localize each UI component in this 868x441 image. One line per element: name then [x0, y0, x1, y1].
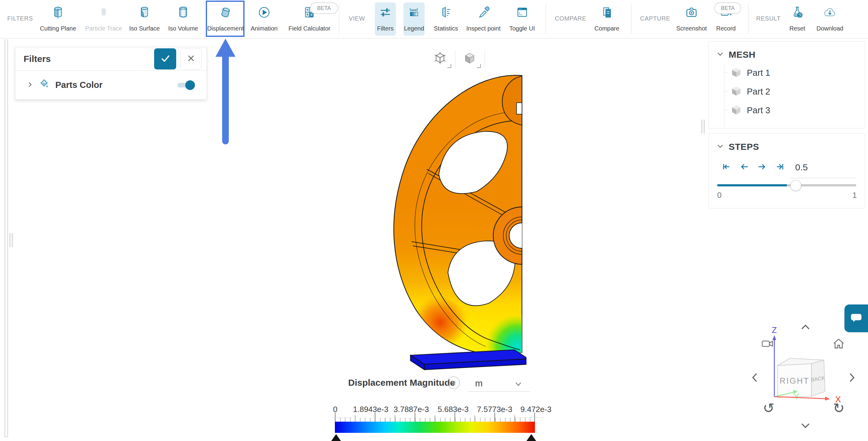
- check-icon: [158, 52, 172, 66]
- toolbar-button-label: Toggle UI: [509, 25, 535, 32]
- right-panel-drag-handle[interactable]: [701, 120, 702, 134]
- legend-title: Displacement Magnitude: [348, 378, 455, 388]
- render-mode-shaded-button[interactable]: [457, 48, 483, 69]
- parts-color-toggle[interactable]: [178, 82, 192, 88]
- toolbar-button-compare[interactable]: Compare: [589, 2, 625, 36]
- apply-button[interactable]: [154, 48, 176, 69]
- mesh-part-3[interactable]: Part 3: [731, 104, 770, 116]
- viewport-3d-model[interactable]: [381, 73, 526, 375]
- inspect-point-icon: [476, 5, 491, 21]
- toolbar-button-screenshot[interactable]: Screenshot: [672, 2, 711, 36]
- toolbar-button-reset[interactable]: Reset: [782, 2, 812, 36]
- toolbar-button-cutting-plane[interactable]: Cutting Plane: [38, 2, 78, 36]
- mesh-panel-header[interactable]: MESH: [709, 42, 865, 60]
- top-toolbar: FILTERS Cutting Plane Particle Trace Iso…: [0, 0, 868, 39]
- filter-row-parts-color[interactable]: Parts Color: [16, 71, 207, 99]
- orbit-left-button[interactable]: [751, 372, 758, 385]
- legend-tick: 5.683e-3: [438, 405, 469, 414]
- annotation-arrow-shaft: [222, 55, 229, 144]
- toolbar-button-label: Particle Trace: [85, 25, 122, 32]
- group-label-compare: COMPARE: [555, 15, 586, 22]
- render-mode-wireframe-button[interactable]: [427, 48, 453, 69]
- rotate-cw-icon[interactable]: ↻: [833, 401, 845, 415]
- legend-tick: 1.8943e-3: [353, 405, 389, 414]
- chevron-right-icon: [848, 379, 856, 384]
- toolbar-button-statistics[interactable]: Statistics: [432, 2, 460, 36]
- screenshot-icon: [685, 5, 699, 21]
- legend-min-handle[interactable]: [331, 434, 341, 441]
- legend-unit-select[interactable]: m: [475, 378, 483, 388]
- camera-view-icon[interactable]: [761, 339, 774, 350]
- toolbar-button-animation[interactable]: Animation: [246, 2, 282, 36]
- chevron-down-icon[interactable]: [717, 143, 724, 150]
- toolbar-button-label: Inspect point: [466, 25, 500, 32]
- toolbar-button-label: Statistics: [434, 25, 458, 32]
- orbit-up-button[interactable]: [800, 323, 811, 332]
- orbit-right-button[interactable]: [848, 372, 856, 385]
- axis-y-label: Y: [794, 392, 799, 401]
- previous-step-button[interactable]: [738, 161, 751, 174]
- steps-panel: STEPS 0.5 0 1: [708, 134, 865, 208]
- cancel-button[interactable]: [180, 48, 202, 69]
- toolbar-button-iso-volume[interactable]: Iso Volume: [163, 2, 203, 36]
- iso-volume-icon: [176, 5, 190, 21]
- toolbar-button-particle-trace: Particle Trace: [84, 2, 123, 36]
- toolbar-button-label: Iso Surface: [129, 25, 160, 32]
- toolbar-button-iso-surface[interactable]: Iso Surface: [125, 2, 164, 36]
- orbit-down-button[interactable]: [800, 422, 811, 431]
- slider-handle[interactable]: [790, 180, 801, 191]
- rotate-ccw-icon[interactable]: ↺: [763, 401, 775, 415]
- toolbar-button-label: Legend: [404, 25, 424, 32]
- toolbar-separator: [339, 4, 339, 34]
- filters-panel: Filters Parts Color: [15, 47, 207, 100]
- first-step-button[interactable]: [719, 161, 733, 174]
- cutting-plane-icon: [51, 5, 65, 21]
- legend-min-underline: [332, 417, 352, 418]
- tree-line: [724, 91, 728, 92]
- legend-colorbar: [335, 422, 535, 433]
- toolbar-button-displacement[interactable]: Displacement: [206, 2, 245, 36]
- particle-trace-icon: [97, 5, 111, 21]
- right-panel-drag-handle[interactable]: [704, 120, 705, 134]
- chevron-right-icon[interactable]: [27, 81, 34, 89]
- toolbar-button-toggle-ui[interactable]: Toggle UI: [505, 2, 539, 36]
- legend-max-handle[interactable]: [526, 434, 536, 441]
- toolbar-button-label: Cutting Plane: [40, 25, 76, 32]
- toolbar-button-label: Iso Volume: [168, 25, 198, 32]
- chevron-down-icon[interactable]: [515, 381, 522, 388]
- annotation-arrow-icon: [216, 39, 236, 57]
- legend-icon: [407, 5, 421, 21]
- mesh-part-2[interactable]: Part 2: [731, 85, 770, 98]
- toolbar-button-legend[interactable]: Legend: [403, 2, 425, 36]
- legend-tick-min[interactable]: 0: [333, 405, 337, 414]
- legend-menu-icon[interactable]: [447, 376, 460, 389]
- step-slider[interactable]: [717, 184, 856, 187]
- step-value-input[interactable]: 0.5: [795, 162, 808, 172]
- download-icon: [823, 5, 837, 21]
- left-edge-scrollbar[interactable]: [4, 39, 8, 437]
- steps-panel-header[interactable]: STEPS: [709, 134, 865, 152]
- left-panel-drag-handle[interactable]: [9, 233, 10, 247]
- toolbar-button-filters[interactable]: Filters: [375, 2, 396, 36]
- animation-icon: [257, 5, 271, 21]
- chevron-down-icon[interactable]: [717, 52, 724, 58]
- legend-tick-max[interactable]: 9.472e-3: [521, 405, 552, 414]
- mesh-part-1[interactable]: Part 1: [731, 66, 770, 79]
- tree-line: [724, 110, 728, 110]
- toolbar-button-inspect-point[interactable]: Inspect point: [463, 2, 504, 36]
- cube-icon: [731, 104, 742, 116]
- filters-panel-header: Filters: [16, 47, 207, 71]
- paint-bucket-icon: [38, 78, 51, 92]
- left-panel-drag-handle[interactable]: [12, 233, 13, 247]
- home-view-button[interactable]: [832, 338, 845, 351]
- chat-button[interactable]: [844, 304, 868, 332]
- axis-z-label: Z: [772, 326, 777, 335]
- mesh-part-label: Part 3: [747, 105, 770, 115]
- last-step-button[interactable]: [774, 161, 787, 174]
- toolbar-button-download[interactable]: Download: [812, 2, 848, 36]
- toggle-knob: [185, 80, 195, 90]
- chevron-up-icon: [800, 327, 811, 332]
- toggle-ui-icon: [515, 5, 529, 21]
- next-step-button[interactable]: [755, 161, 769, 174]
- dropdown-corner-icon: [447, 64, 451, 68]
